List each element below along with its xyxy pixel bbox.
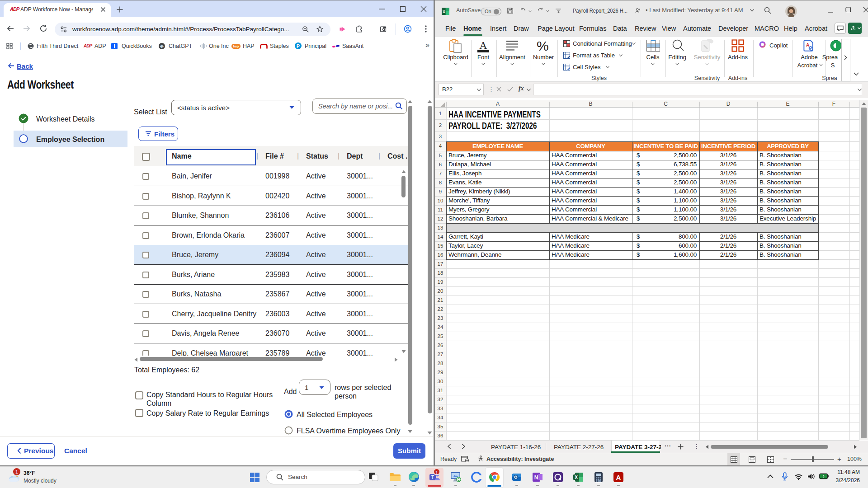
- svg-text:T: T: [431, 475, 434, 480]
- svg-text:P: P: [297, 43, 300, 49]
- svg-text:A: A: [479, 39, 487, 51]
- svg-text:❉: ❉: [160, 44, 164, 49]
- svg-text:N: N: [534, 474, 538, 481]
- svg-text:X: X: [575, 475, 578, 480]
- svg-text:A: A: [806, 42, 809, 47]
- svg-text:x: x: [443, 9, 445, 14]
- svg-text:A: A: [616, 474, 621, 481]
